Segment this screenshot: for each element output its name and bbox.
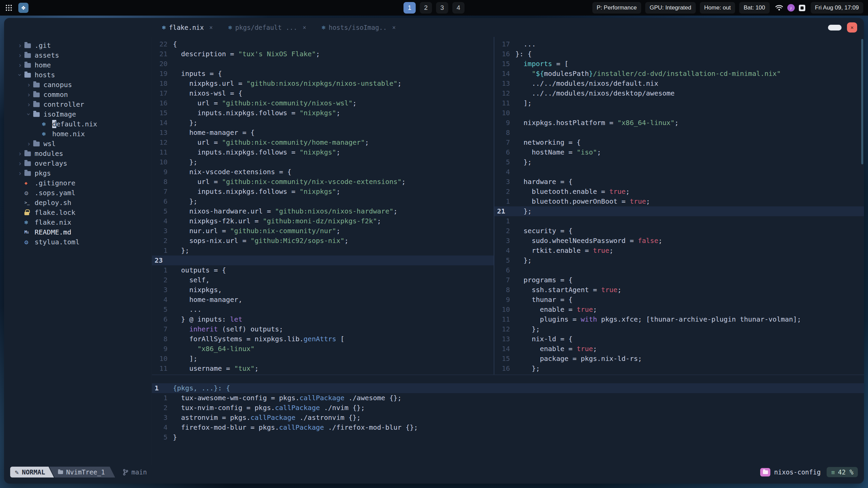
- line-number: 5: [152, 432, 173, 442]
- line-text: firefox-mod-blur = pkgs.callPackage ./fi…: [173, 423, 864, 432]
- tree-item-isoimage[interactable]: ›isoImage: [4, 109, 152, 119]
- tree-item-pkgs[interactable]: ›pkgs: [4, 168, 152, 178]
- line-number: 10: [152, 157, 173, 167]
- tab-pkgs-default[interactable]: ❄pkgs/default ...×: [228, 24, 306, 31]
- line-number: 14: [494, 69, 515, 79]
- chevron-right-icon: ›: [16, 149, 24, 158]
- folder-icon: [24, 170, 35, 176]
- buffer-name: NvimTree_1: [66, 468, 105, 476]
- code-line: 5 ...: [152, 305, 494, 314]
- tree-item-controller[interactable]: ›controller: [4, 99, 152, 109]
- line-text: [515, 216, 864, 226]
- tree-item-stylua-toml[interactable]: ⚙stylua.toml: [4, 237, 152, 247]
- code-line: 6 };: [152, 197, 494, 206]
- tab-close-icon[interactable]: ×: [392, 24, 396, 31]
- code-line: 3 nixpkgs,: [152, 285, 494, 295]
- line-number: 17: [152, 88, 173, 98]
- line-number: 1: [152, 246, 173, 256]
- tree-item-deploy-sh[interactable]: >_deploy.sh: [4, 198, 152, 207]
- line-text: astronvim = pkgs.callPackage ./astronvim…: [173, 413, 864, 423]
- scroll-progress: ≡ 42 %: [827, 467, 858, 477]
- tree-item-default-nix[interactable]: ❄default.nix: [4, 119, 152, 129]
- line-number: 6: [152, 197, 173, 206]
- tree-item-readme-md[interactable]: M↓README.md: [4, 227, 152, 237]
- code-line: 5 };: [494, 256, 864, 265]
- tab-close-icon[interactable]: ×: [209, 24, 213, 31]
- window-content: ›.git›assets›home›hosts›canopus›common›c…: [4, 37, 864, 465]
- tree-item-label: hosts: [35, 71, 55, 79]
- status-pill-battery: Bat: 100: [739, 2, 769, 14]
- code-line: 1 };: [152, 246, 494, 256]
- tree-item-modules[interactable]: ›modules: [4, 148, 152, 158]
- tree-item-flake-lock[interactable]: flake.lock: [4, 207, 152, 217]
- tree-item-home-nix[interactable]: ❄home.nix: [4, 129, 152, 139]
- line-text: [173, 256, 494, 265]
- workspace-button-3[interactable]: 3: [436, 2, 448, 14]
- tree-item-git[interactable]: ›.git: [4, 40, 152, 50]
- workspace-button-4[interactable]: 4: [452, 2, 465, 14]
- editor-pane-pkgs[interactable]: 1{pkgs, ...}: {1 tux-awesome-wm-config =…: [152, 375, 864, 465]
- tab-hosts-isoimag[interactable]: ❄hosts/isoImag..×: [322, 24, 396, 31]
- file-explorer[interactable]: ›.git›assets›home›hosts›canopus›common›c…: [4, 37, 152, 465]
- tree-item-label: assets: [35, 51, 59, 59]
- tree-item-assets[interactable]: ›assets: [4, 50, 152, 60]
- line-text: enable = true;: [515, 344, 864, 354]
- tab-label: hosts/isoImag..: [329, 24, 387, 31]
- tree-item-hosts[interactable]: ›hosts: [4, 70, 152, 80]
- line-number: 21: [494, 206, 515, 216]
- line-text: ...: [515, 39, 864, 49]
- tree-item-label: .git: [35, 41, 51, 49]
- scrollbar-thumb[interactable]: [861, 39, 863, 164]
- script-icon: >_: [24, 200, 35, 205]
- editor-pane-flake[interactable]: 22{21 description = "tux's NixOS Flake";…: [152, 37, 494, 374]
- tab-flake-nix[interactable]: ❄flake.nix×: [162, 24, 213, 31]
- workspace-button-2[interactable]: 2: [420, 2, 432, 14]
- line-text: url = "github:nix-community/nixos-wsl";: [173, 98, 494, 108]
- tree-item-sops-yaml[interactable]: ⚙.sops.yaml: [4, 188, 152, 198]
- code-line: 3 sudo.wheelNeedsPassword = false;: [494, 236, 864, 246]
- toggle-pill[interactable]: [828, 25, 842, 30]
- line-number: 9: [494, 118, 515, 128]
- line-text: description = "tux's NixOS Flake";: [173, 49, 494, 59]
- line-number: 16: [494, 49, 515, 59]
- line-text: nixos-hardware.url = "github:nixos/nixos…: [173, 206, 494, 216]
- tree-item-common[interactable]: ›common: [4, 89, 152, 99]
- tree-item-flake-nix[interactable]: ❄flake.nix: [4, 217, 152, 227]
- line-text: enable = true;: [515, 305, 864, 314]
- folder-icon: [24, 52, 35, 58]
- status-pill-home: Home: out: [700, 2, 735, 14]
- line-number: 13: [494, 79, 515, 88]
- vim-mode-indicator: ✎ NORMAL: [10, 467, 54, 477]
- editor-pane-iso[interactable]: 17 ...16}: {15 imports = [14 "${modulesP…: [494, 37, 864, 374]
- tree-item-label: flake.lock: [35, 208, 75, 217]
- app-launcher-icon[interactable]: [5, 4, 13, 12]
- code-line: 7 programs = {: [494, 275, 864, 285]
- workspace-button-1[interactable]: 1: [403, 2, 416, 14]
- tree-item-gitignore[interactable]: ◆.gitignore: [4, 178, 152, 188]
- code-line: 9 "x86_64-linux": [152, 344, 494, 354]
- tab-close-icon[interactable]: ×: [303, 24, 306, 31]
- chevron-down-icon: ›: [16, 71, 24, 79]
- line-text: nix-vscode-extensions = {: [173, 167, 494, 177]
- lines-icon: ≡: [831, 469, 835, 476]
- line-text: };: [173, 197, 494, 206]
- tree-item-overlays[interactable]: ›overlays: [4, 158, 152, 168]
- wifi-icon[interactable]: [775, 4, 783, 11]
- line-text: inputs = {: [173, 69, 494, 79]
- tree-item-canopus[interactable]: ›canopus: [4, 80, 152, 89]
- line-text: nur.url = "github:nix-community/nur";: [173, 226, 494, 236]
- line-number: 5: [152, 305, 173, 314]
- tree-item-home[interactable]: ›home: [4, 60, 152, 70]
- line-number: 2: [152, 236, 173, 246]
- code-line: 10 enable = true;: [494, 305, 864, 314]
- window-close-button[interactable]: ✕: [847, 22, 857, 33]
- display-icon[interactable]: [799, 5, 805, 11]
- logo-icon[interactable]: ❖: [18, 3, 28, 13]
- tree-item-wsl[interactable]: ›wsl: [4, 139, 152, 148]
- code-line: 8 forAllSystems = nixpkgs.lib.genAttrs [: [152, 334, 494, 344]
- line-number: 8: [494, 285, 515, 295]
- chevron-right-icon: ›: [16, 61, 24, 69]
- media-icon[interactable]: ♪: [787, 4, 795, 12]
- code-line: 5 nixos-hardware.url = "github:nixos/nix…: [152, 206, 494, 216]
- line-number: 16: [152, 98, 173, 108]
